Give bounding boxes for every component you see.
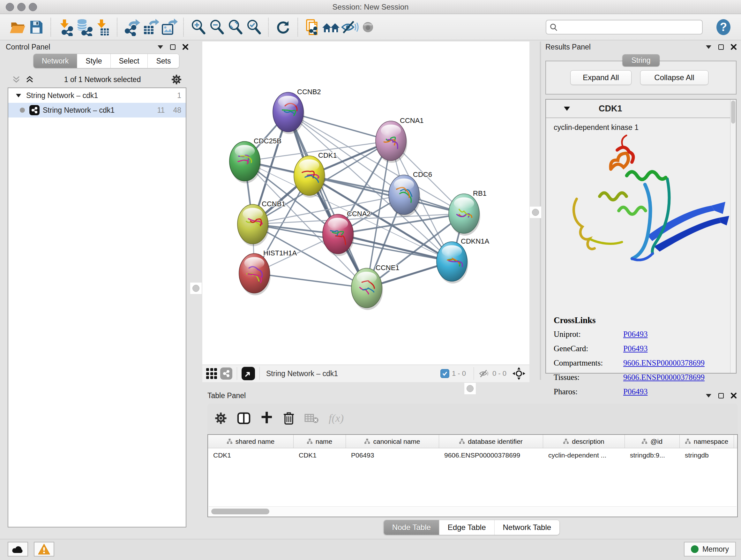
zoom-out-button[interactable] (207, 17, 226, 37)
node-label-RB1: RB1 (473, 189, 487, 197)
network-row[interactable]: String Network – cdk1 11 48 (8, 103, 186, 118)
network-node-CDK1[interactable]: CDK1 (294, 151, 337, 198)
column-header-description[interactable]: description (543, 435, 625, 448)
table-container: f(x) shared namenamecanonical namedataba… (207, 403, 738, 517)
delete-column-icon[interactable] (283, 411, 295, 425)
float-panel-icon[interactable] (706, 45, 711, 49)
network-list-header: 1 of 1 Network selected (5, 72, 188, 87)
crosslink-link[interactable]: P06493 (623, 330, 648, 339)
add-column-icon[interactable] (260, 411, 273, 425)
network-node-CDKN1A[interactable]: CDKN1A (436, 237, 489, 284)
network-selected-status: 1 of 1 Network selected (34, 75, 171, 84)
splitter-handle[interactable] (464, 382, 476, 395)
export-table-button[interactable] (141, 17, 159, 37)
column-header-namespace[interactable]: namespace (680, 435, 734, 448)
help-button[interactable]: ? (714, 17, 733, 37)
maximize-panel-icon[interactable] (718, 393, 724, 398)
tab-network[interactable]: Network (33, 54, 77, 68)
hidden-eye-icon[interactable] (478, 369, 490, 378)
tab-edge-table[interactable]: Edge Table (440, 520, 495, 535)
import-network-button[interactable] (56, 17, 75, 37)
section-expander-icon[interactable] (564, 107, 570, 111)
delete-table-icon[interactable] (305, 413, 319, 424)
gear-icon[interactable] (171, 74, 182, 85)
show-columns-icon[interactable] (237, 411, 251, 425)
tab-select[interactable]: Select (111, 54, 148, 68)
hidden-count: 0 - 0 (492, 369, 507, 378)
network-share-icon[interactable] (220, 368, 232, 380)
import-table-button[interactable] (93, 17, 112, 37)
toolbar-search[interactable] (546, 20, 703, 35)
collapse-all-button[interactable]: Collapse All (640, 70, 709, 85)
zoom-in-button[interactable] (189, 17, 207, 37)
save-session-button[interactable] (27, 17, 45, 37)
control-panel-title: Control Panel (6, 43, 50, 51)
cloud-status-button[interactable] (8, 542, 28, 557)
table-gear-icon[interactable] (214, 412, 227, 425)
scrollbar-thumb[interactable] (211, 509, 269, 514)
zoom-selected-button[interactable] (245, 17, 263, 37)
table-row[interactable]: CDK1CDK1P064939606.ENSP00000378699cyclin… (208, 448, 737, 462)
network-node-RB1[interactable]: RB1 (449, 189, 487, 236)
first-neighbors-button[interactable] (322, 17, 340, 37)
export-image-button[interactable] (159, 17, 178, 37)
tab-network-table[interactable]: Network Table (495, 520, 560, 535)
splitter-handle[interactable] (190, 282, 202, 294)
export-network-button[interactable] (123, 17, 141, 37)
close-panel-icon[interactable] (731, 44, 737, 50)
crosslink-link[interactable]: P06493 (623, 344, 648, 353)
toolbar-separator (474, 367, 474, 380)
clone-network-button[interactable] (303, 17, 322, 37)
refresh-button[interactable] (274, 17, 292, 37)
collapse-all-icon[interactable] (12, 75, 20, 84)
open-session-button[interactable] (8, 17, 27, 37)
results-scrollbar[interactable] (730, 100, 736, 373)
network-edge-CCNB2-CCNE1[interactable] (288, 112, 367, 288)
column-header-database-identifier[interactable]: database identifier (439, 435, 543, 448)
window-title: Session: New Session (0, 0, 741, 14)
column-header-name[interactable]: name (293, 435, 346, 448)
close-panel-icon[interactable] (183, 44, 188, 50)
node-section-header[interactable]: CDK1 (546, 100, 736, 118)
tab-style[interactable]: Style (77, 54, 111, 68)
birdseye-view-icon[interactable] (242, 367, 255, 380)
network-node-HIST1H1A[interactable]: HIST1H1A (239, 249, 297, 295)
search-input[interactable] (560, 23, 699, 31)
show-all-button[interactable] (359, 17, 377, 37)
network-canvas[interactable]: CCNB2CCNA1CDC25BCDK1CDC6RB1CCNB1CCNA2CDK… (202, 42, 529, 365)
network-edge-HIST1H1A-CCNE1[interactable] (254, 273, 367, 288)
tab-sets[interactable]: Sets (148, 54, 179, 68)
close-panel-icon[interactable] (731, 393, 737, 398)
table-hscrollbar[interactable] (209, 506, 737, 516)
network-edge-CDK1-RB1[interactable] (309, 176, 464, 213)
crosslink-link[interactable]: 9606.ENSP00000378699 (623, 373, 704, 382)
float-panel-icon[interactable] (158, 45, 163, 49)
maximize-panel-icon[interactable] (170, 44, 176, 50)
network-collection-row[interactable]: String Network – cdk1 1 (8, 88, 186, 103)
expand-all-icon[interactable] (25, 75, 34, 84)
network-node-CCNA1[interactable]: CCNA1 (376, 117, 424, 163)
zoom-out-icon (208, 18, 226, 36)
node-table: shared namenamecanonical namedatabase id… (207, 434, 738, 517)
import-network-from-database-button[interactable] (75, 17, 93, 37)
column-header-shared-name[interactable]: shared name (208, 435, 293, 448)
float-panel-icon[interactable] (706, 394, 711, 397)
maximize-panel-icon[interactable] (718, 44, 724, 50)
expander-icon[interactable] (16, 94, 21, 98)
hide-selected-button[interactable] (340, 17, 359, 37)
splitter-handle[interactable] (529, 206, 542, 219)
tab-string[interactable]: String (622, 54, 659, 66)
function-builder-icon[interactable]: f(x) (329, 412, 344, 424)
locate-crosshair-icon[interactable] (512, 367, 526, 380)
column-header-@id[interactable]: @id (625, 435, 680, 448)
selected-nodes-checkbox[interactable] (441, 369, 449, 378)
scrollbar-thumb[interactable] (731, 101, 735, 124)
column-header-canonical-name[interactable]: canonical name (346, 435, 439, 448)
memory-button[interactable]: Memory (684, 542, 736, 557)
tab-node-table[interactable]: Node Table (384, 520, 440, 535)
expand-all-button[interactable]: Expand All (570, 70, 631, 85)
grid-view-icon[interactable] (206, 368, 217, 379)
crosslink-link[interactable]: 9606.ENSP00000378699 (623, 359, 704, 368)
warnings-button[interactable] (34, 542, 54, 557)
zoom-fit-button[interactable] (226, 17, 245, 37)
